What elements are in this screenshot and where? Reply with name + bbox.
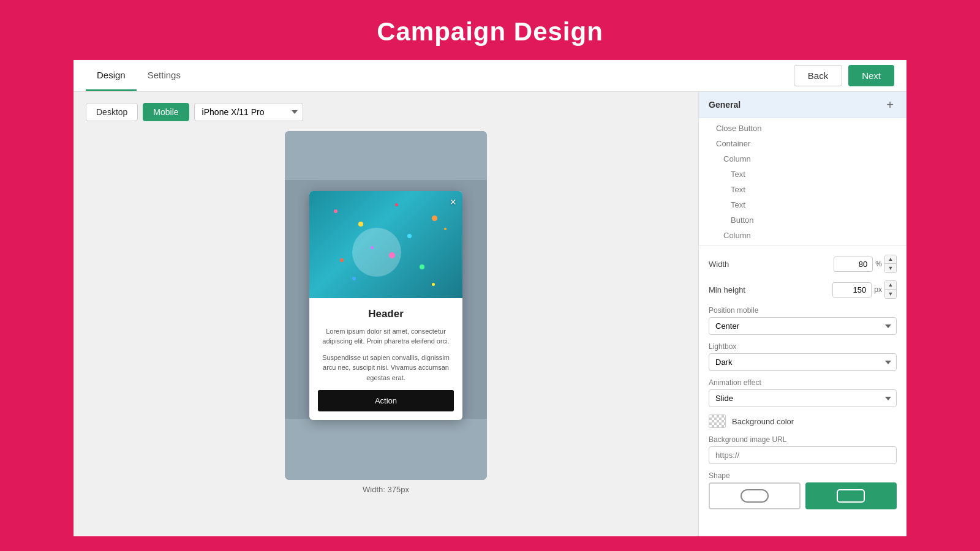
position-mobile-label: Position mobile xyxy=(709,306,897,315)
min-height-input-group: px ▲ ▼ xyxy=(832,280,897,299)
panel-general-title: General xyxy=(709,100,741,110)
min-height-input[interactable] xyxy=(832,282,872,298)
confetti xyxy=(334,209,337,213)
bg-image-label: Background image URL xyxy=(709,435,897,444)
confetti xyxy=(358,222,363,227)
phone-preview-wrapper: × xyxy=(285,131,487,494)
width-stepper: ▲ ▼ xyxy=(884,255,897,273)
tabs-right: Back Next xyxy=(794,65,894,86)
popup-paragraph-1: Lorem ipsum dolor sit amet, consectetur … xyxy=(318,326,454,347)
min-height-label: Min height xyxy=(709,285,745,294)
tabs-left: Design Settings xyxy=(86,60,192,91)
bg-color-label: Background color xyxy=(732,417,794,426)
width-label: Width: 375px xyxy=(363,485,409,494)
glow-blob xyxy=(352,228,401,277)
min-height-increment[interactable]: ▲ xyxy=(885,281,896,290)
confetti xyxy=(340,258,344,262)
tree-item-close-button[interactable]: Close Button xyxy=(699,121,907,136)
lightbox-select[interactable]: Dark Light None xyxy=(709,353,897,371)
tree-item-column-1[interactable]: Column xyxy=(699,151,907,167)
shape-section: Shape xyxy=(709,471,897,509)
phone-bg-top xyxy=(285,131,487,180)
popup-paragraph-2: Suspendisse ut sapien convallis, digniss… xyxy=(318,353,454,383)
confetti xyxy=(395,203,398,206)
lightbox-section: Lightbox Dark Light None xyxy=(709,342,897,371)
tree-item-button[interactable]: Button xyxy=(699,212,907,228)
popup-card: × xyxy=(309,191,462,421)
confetti xyxy=(432,283,435,286)
page-header: Campaign Design xyxy=(0,0,980,60)
position-mobile-select[interactable]: Center Top Bottom xyxy=(709,317,897,335)
bg-image-input[interactable] xyxy=(709,446,897,464)
mobile-button[interactable]: Mobile xyxy=(143,103,189,121)
animation-section: Animation effect Slide Fade Bounce None xyxy=(709,378,897,407)
bg-color-row: Background color xyxy=(709,414,897,428)
width-label-prop: Width xyxy=(709,260,729,269)
animation-select[interactable]: Slide Fade Bounce None xyxy=(709,389,897,407)
device-toolbar: Desktop Mobile iPhone X/11 Pro iPhone 12… xyxy=(86,103,303,121)
right-panel: General + Close Button Container Column … xyxy=(698,92,907,536)
bg-color-section: Background color xyxy=(709,414,897,428)
bg-image-section: Background image URL xyxy=(709,435,897,464)
tabs-bar: Design Settings Back Next xyxy=(74,60,907,92)
popup-header-text: Header xyxy=(318,308,454,320)
popup-close-button[interactable]: × xyxy=(450,196,456,209)
confetti xyxy=(407,234,412,238)
tree-item-text-2[interactable]: Text xyxy=(699,182,907,197)
desktop-button[interactable]: Desktop xyxy=(86,103,138,121)
tree-item-column-2[interactable]: Column xyxy=(699,228,907,243)
width-decrement[interactable]: ▼ xyxy=(885,264,896,272)
min-height-unit: px xyxy=(874,285,882,294)
confetti xyxy=(352,277,356,280)
shape-row xyxy=(709,482,897,509)
svg-rect-1 xyxy=(837,490,864,502)
animation-wrapper: Slide Fade Bounce None xyxy=(709,389,897,407)
tree-item-text-1[interactable]: Text xyxy=(699,167,907,182)
panel-add-button[interactable]: + xyxy=(883,98,897,111)
min-height-row: Min height px ▲ ▼ xyxy=(709,280,897,299)
lightbox-wrapper: Dark Light None xyxy=(709,353,897,371)
width-unit: % xyxy=(875,260,882,268)
phone-bg-bottom xyxy=(285,419,487,480)
width-row: Width % ▲ ▼ xyxy=(709,255,897,273)
popup-image xyxy=(309,191,462,298)
shape-slight-rounded-button[interactable] xyxy=(805,482,897,509)
width-input-group: % ▲ ▼ xyxy=(834,255,897,273)
back-button[interactable]: Back xyxy=(794,65,842,86)
next-button[interactable]: Next xyxy=(848,65,894,86)
page-title: Campaign Design xyxy=(0,17,980,47)
confetti xyxy=(432,216,437,221)
confetti xyxy=(420,264,424,269)
main-area: Design Settings Back Next Desktop Mobile… xyxy=(74,60,907,536)
tab-settings[interactable]: Settings xyxy=(137,60,192,91)
width-input[interactable] xyxy=(834,257,873,272)
position-mobile-wrapper: Center Top Bottom xyxy=(709,317,897,335)
tree-item-container[interactable]: Container xyxy=(699,136,907,151)
tree-items: Close Button Container Column Text Text … xyxy=(699,118,907,246)
svg-rect-0 xyxy=(741,490,768,502)
width-increment[interactable]: ▲ xyxy=(885,255,896,264)
canvas-area: Desktop Mobile iPhone X/11 Pro iPhone 12… xyxy=(74,92,698,536)
popup-body: Header Lorem ipsum dolor sit amet, conse… xyxy=(309,298,462,421)
properties-area: Width % ▲ ▼ Min height px xyxy=(699,246,907,518)
position-mobile-section: Position mobile Center Top Bottom xyxy=(709,306,897,335)
tab-design[interactable]: Design xyxy=(86,60,137,91)
phone-frame: × xyxy=(285,131,487,480)
shape-rounded-button[interactable] xyxy=(709,482,801,509)
panel-general-header: General + xyxy=(699,92,907,118)
popup-action-button[interactable]: Action xyxy=(318,390,454,411)
shape-label: Shape xyxy=(709,471,897,480)
device-selector[interactable]: iPhone X/11 Pro iPhone 12 Samsung Galaxy… xyxy=(194,103,303,121)
lightbox-label: Lightbox xyxy=(709,342,897,351)
tree-item-text-3[interactable]: Text xyxy=(699,197,907,212)
min-height-decrement[interactable]: ▼ xyxy=(885,290,896,298)
bg-color-picker[interactable] xyxy=(709,414,726,428)
confetti xyxy=(444,228,447,230)
content-row: Desktop Mobile iPhone X/11 Pro iPhone 12… xyxy=(74,92,907,536)
min-height-stepper: ▲ ▼ xyxy=(884,280,897,299)
animation-label: Animation effect xyxy=(709,378,897,387)
